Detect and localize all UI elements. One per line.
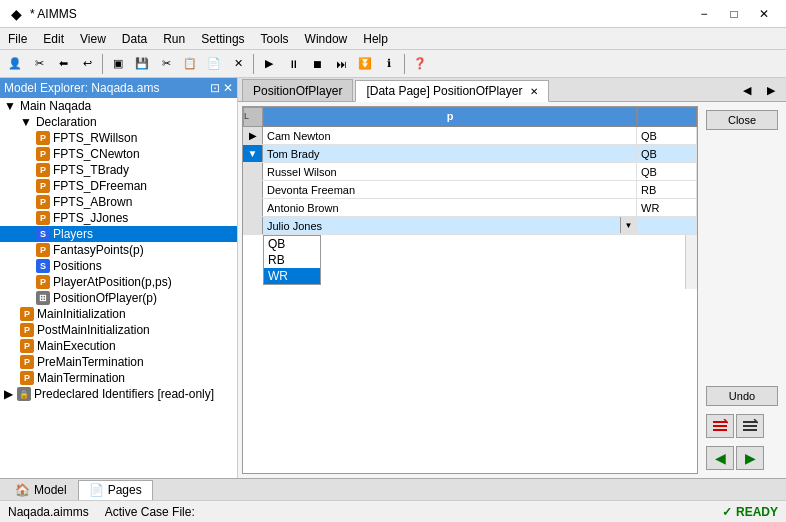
tree-fpts-jjones[interactable]: P FPTS_JJones <box>0 210 237 226</box>
row-antonio-brown: Antonio Brown WR <box>243 199 697 217</box>
badge-db-1: ⊞ <box>36 291 50 305</box>
prev-button[interactable]: ◀ <box>706 446 734 470</box>
pages-tab-label: Pages <box>108 483 142 497</box>
dropdown-item-WR[interactable]: WR <box>264 268 320 284</box>
menu-window[interactable]: Window <box>297 28 356 49</box>
cell-value-3[interactable]: QB <box>637 163 697 180</box>
tab-nav-left[interactable]: ◀ <box>736 79 758 101</box>
cell-player-4[interactable]: Devonta Freeman <box>263 181 637 198</box>
toolbar-btn-12[interactable]: ⏭ <box>330 53 352 75</box>
toolbar-btn-help[interactable]: ❓ <box>409 53 431 75</box>
cell-value-4[interactable]: RB <box>637 181 697 198</box>
tree-premaintermination[interactable]: P PreMainTermination <box>0 354 237 370</box>
toolbar-btn-11[interactable]: ⏹ <box>306 53 328 75</box>
cell-value-2[interactable]: QB <box>637 145 697 162</box>
tree-fpts-rwillson[interactable]: P FPTS_RWillson <box>0 130 237 146</box>
menu-view[interactable]: View <box>72 28 114 49</box>
row-russel-wilson: Russel Wilson QB <box>243 163 697 181</box>
toolbar-btn-2[interactable]: ⬅ <box>52 53 74 75</box>
menu-file[interactable]: File <box>0 28 35 49</box>
cell-value-1[interactable]: QB <box>637 127 697 144</box>
undo-button[interactable]: Undo <box>706 386 778 406</box>
tree-fpts-abrown[interactable]: P FPTS_ABrown <box>0 194 237 210</box>
tree-fantasypoints[interactable]: P FantasyPoints(p) <box>0 242 237 258</box>
menu-edit[interactable]: Edit <box>35 28 72 49</box>
tree-maininitialization[interactable]: P MainInitialization <box>0 306 237 322</box>
toolbar-btn-4[interactable]: ▣ <box>107 53 129 75</box>
row-expand-6[interactable] <box>243 217 263 234</box>
dropdown-item-RB[interactable]: RB <box>264 252 320 268</box>
tabs-bar: PositionOfPlayer [Data Page] PositionOfP… <box>238 78 786 102</box>
tab-positionofplayer[interactable]: PositionOfPlayer <box>242 79 353 101</box>
tree-fpts-tbrady[interactable]: P FPTS_TBrady <box>0 162 237 178</box>
badge-s-2: S <box>36 259 50 273</box>
tree-fpts-cnewton[interactable]: P FPTS_CNewton <box>0 146 237 162</box>
badge-p-4: P <box>36 179 50 193</box>
tab-pages[interactable]: 📄 Pages <box>78 480 153 500</box>
toolbar-btn-7[interactable]: 📋 <box>179 53 201 75</box>
next-button[interactable]: ▶ <box>736 446 764 470</box>
tree-positionofplayer[interactable]: ⊞ PositionOfPlayer(p) <box>0 290 237 306</box>
content-area: PositionOfPlayer [Data Page] PositionOfP… <box>238 78 786 478</box>
menu-help[interactable]: Help <box>355 28 396 49</box>
tree-players[interactable]: S Players <box>0 226 237 242</box>
pages-tab-icon: 📄 <box>89 483 104 497</box>
close-button[interactable]: Close <box>706 110 778 130</box>
cell-player-5[interactable]: Antonio Brown <box>263 199 637 216</box>
menu-tools[interactable]: Tools <box>253 28 297 49</box>
toolbar-btn-x[interactable]: ✕ <box>227 53 249 75</box>
user-icon[interactable]: 👤 <box>4 53 26 75</box>
sidebar-title: Model Explorer: Naqada.ams <box>4 81 159 95</box>
delete-row-button[interactable] <box>706 414 734 438</box>
tree-postmaininitialization[interactable]: P PostMainInitialization <box>0 322 237 338</box>
tree-predeclared[interactable]: ▶ 🔒 Predeclared Identifiers [read-only] <box>0 386 237 402</box>
tab-model[interactable]: 🏠 Model <box>4 480 78 500</box>
toolbar-btn-13[interactable]: ⏬ <box>354 53 376 75</box>
tab-nav-right[interactable]: ▶ <box>760 79 782 101</box>
dropdown-item-QB[interactable]: QB <box>264 236 320 252</box>
row-expand-2[interactable]: ▼ <box>243 145 263 162</box>
dropdown-scrollbar[interactable] <box>685 235 697 289</box>
tree-root[interactable]: ▼ Main Naqada <box>0 98 237 114</box>
tree-fpts-dfreeman[interactable]: P FPTS_DFreeman <box>0 178 237 194</box>
toolbar-btn-1[interactable]: ✂ <box>28 53 50 75</box>
status-text: READY <box>736 505 778 519</box>
tab-close-icon[interactable]: ✕ <box>530 86 538 97</box>
toolbar-btn-info[interactable]: ℹ <box>378 53 400 75</box>
toolbar-btn-3[interactable]: ↩ <box>76 53 98 75</box>
cell-player-6[interactable]: Julio Jones ▼ <box>263 217 637 234</box>
row-expand-3[interactable] <box>243 163 263 180</box>
badge-p-2: P <box>36 147 50 161</box>
toolbar-btn-5[interactable]: 💾 <box>131 53 153 75</box>
cell-player-2[interactable]: Tom Brady <box>263 145 637 162</box>
tab-datapage[interactable]: [Data Page] PositionOfPlayer ✕ <box>355 80 549 102</box>
row-expand-5[interactable] <box>243 199 263 216</box>
menu-data[interactable]: Data <box>114 28 155 49</box>
dropdown-list[interactable]: QB RB WR <box>263 235 321 285</box>
toolbar-btn-8[interactable]: 📄 <box>203 53 225 75</box>
tree-positions[interactable]: S Positions <box>0 258 237 274</box>
toolbar-btn-6[interactable]: ✂ <box>155 53 177 75</box>
sidebar-controls: ⊡ ✕ <box>210 81 233 95</box>
add-col-button[interactable] <box>736 414 764 438</box>
badge-main-5: P <box>20 371 34 385</box>
tree-playeratposition[interactable]: P PlayerAtPosition(p,ps) <box>0 274 237 290</box>
tree-maintermination[interactable]: P MainTermination <box>0 370 237 386</box>
tree-mainexecution[interactable]: P MainExecution <box>0 338 237 354</box>
cell-value-6[interactable] <box>637 217 697 234</box>
close-window-button[interactable]: ✕ <box>750 3 778 25</box>
maximize-button[interactable]: □ <box>720 3 748 25</box>
tab-inactive-label: PositionOfPlayer <box>253 84 342 98</box>
menu-settings[interactable]: Settings <box>193 28 252 49</box>
menu-run[interactable]: Run <box>155 28 193 49</box>
tree-declaration[interactable]: ▼ Declaration <box>0 114 237 130</box>
toolbar-btn-9[interactable]: ▶ <box>258 53 280 75</box>
toolbar-btn-10[interactable]: ⏸ <box>282 53 304 75</box>
row-expand-1[interactable]: ▶ <box>243 127 263 144</box>
cell-player-1[interactable]: Cam Newton <box>263 127 637 144</box>
cell-value-5[interactable]: WR <box>637 199 697 216</box>
cell-player-3[interactable]: Russel Wilson <box>263 163 637 180</box>
row-expand-4[interactable] <box>243 181 263 198</box>
dropdown-arrow[interactable]: ▼ <box>620 217 636 233</box>
minimize-button[interactable]: − <box>690 3 718 25</box>
